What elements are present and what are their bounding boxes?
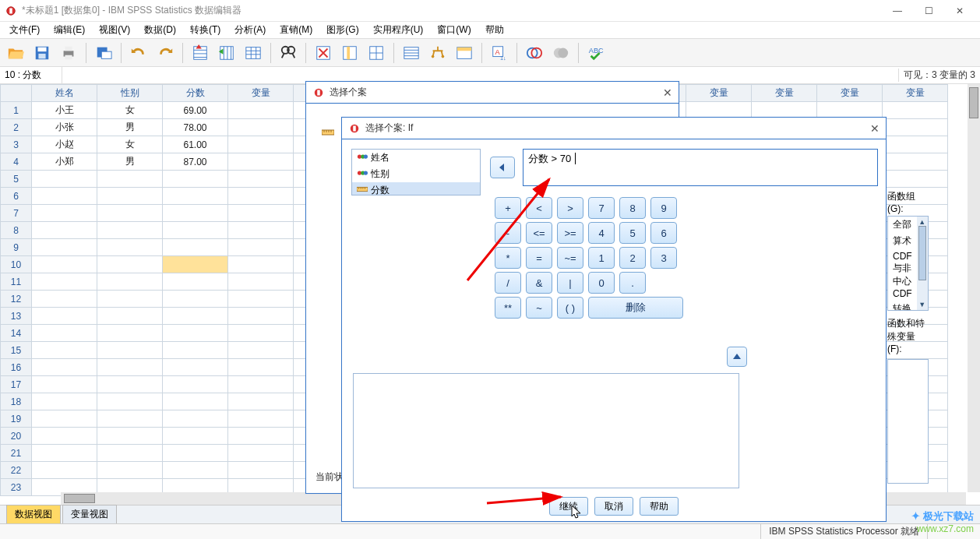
tab-data-view[interactable]: 数据视图 — [6, 505, 61, 523]
cell[interactable] — [228, 273, 294, 291]
funcgroup-item[interactable]: 转换 — [888, 301, 917, 312]
cell[interactable] — [228, 222, 294, 239]
cell[interactable]: 小张 — [32, 119, 97, 136]
cell[interactable] — [163, 205, 228, 222]
cell[interactable] — [32, 205, 97, 222]
row-header[interactable]: 19 — [1, 410, 32, 428]
keypad-0[interactable]: 0 — [588, 272, 615, 294]
cell[interactable] — [163, 291, 228, 308]
row-header[interactable]: 17 — [1, 376, 32, 393]
column-header[interactable]: 变量 — [686, 85, 752, 102]
value-labels-icon[interactable] — [453, 42, 475, 64]
tab-variable-view[interactable]: 变量视图 — [62, 505, 117, 523]
find-icon[interactable] — [277, 42, 299, 64]
cell[interactable] — [163, 325, 228, 342]
maximize-button[interactable]: ☐ — [913, 2, 944, 20]
cell[interactable] — [32, 291, 97, 308]
move-up-button[interactable] — [727, 347, 747, 367]
column-header[interactable]: 变量 — [228, 85, 294, 102]
keypad-6[interactable]: 6 — [650, 222, 677, 244]
cell[interactable] — [97, 410, 163, 428]
undo-icon[interactable] — [128, 42, 150, 64]
cell[interactable] — [163, 393, 228, 410]
row-header[interactable]: 23 — [1, 479, 32, 496]
cell[interactable]: 61.00 — [163, 136, 228, 153]
row-header[interactable]: 22 — [1, 462, 32, 479]
menu-0[interactable]: 文件(F) — [3, 22, 46, 38]
cell[interactable] — [228, 102, 294, 119]
cell[interactable] — [97, 308, 163, 325]
cell[interactable] — [97, 359, 163, 376]
row-header[interactable]: 6 — [1, 188, 32, 205]
variables-icon[interactable] — [242, 42, 264, 64]
cell[interactable] — [32, 171, 97, 188]
cell[interactable] — [228, 428, 294, 445]
cell[interactable] — [97, 325, 163, 342]
goto-var-icon[interactable] — [216, 42, 238, 64]
variable-list[interactable]: 姓名性别分数 — [351, 149, 481, 195]
cell[interactable]: 69.00 — [163, 102, 228, 119]
save-icon[interactable] — [31, 42, 53, 64]
keypad->=[interactable]: >= — [557, 222, 583, 244]
keypad-&[interactable]: & — [526, 272, 552, 294]
cell[interactable] — [163, 308, 228, 325]
funcgroup-item[interactable]: 全部 — [888, 217, 917, 233]
menu-8[interactable]: 实用程序(U) — [367, 22, 430, 38]
row-header[interactable]: 18 — [1, 393, 32, 410]
variable-item[interactable]: 性别 — [352, 166, 480, 182]
funcgroup-item[interactable]: CDF 与非中心 CDF — [888, 249, 917, 301]
cell[interactable] — [32, 325, 97, 342]
keypad-<=[interactable]: <= — [526, 222, 552, 244]
row-header[interactable]: 5 — [1, 171, 32, 188]
cell[interactable] — [228, 308, 294, 325]
cell[interactable] — [32, 256, 97, 273]
recall-icon[interactable] — [93, 42, 115, 64]
cell[interactable] — [32, 428, 97, 445]
column-header[interactable]: 姓名 — [32, 85, 97, 102]
cell[interactable] — [228, 119, 294, 136]
cell[interactable] — [32, 342, 97, 359]
cancel-button[interactable]: 取消 — [594, 497, 633, 516]
keypad-~=[interactable]: ~= — [557, 247, 583, 269]
keypad-2[interactable]: 2 — [619, 247, 646, 269]
cell[interactable] — [97, 291, 163, 308]
cell[interactable] — [228, 171, 294, 188]
keypad-( )[interactable]: ( ) — [557, 297, 583, 319]
cell[interactable] — [228, 188, 294, 205]
cell[interactable] — [163, 188, 228, 205]
menu-4[interactable]: 转换(T) — [184, 22, 227, 38]
sets2-icon[interactable] — [550, 42, 572, 64]
cell[interactable]: 女 — [97, 102, 163, 119]
cell[interactable]: 87.00 — [163, 153, 228, 171]
cell[interactable] — [228, 239, 294, 256]
cell[interactable] — [32, 393, 97, 410]
insert-var-icon[interactable] — [339, 42, 361, 64]
keypad-~[interactable]: ~ — [526, 297, 552, 319]
cell[interactable] — [32, 308, 97, 325]
move-right-button[interactable] — [490, 157, 515, 178]
cell[interactable] — [32, 410, 97, 428]
row-header[interactable]: 10 — [1, 256, 32, 273]
cell[interactable] — [97, 428, 163, 445]
cell[interactable] — [228, 256, 294, 273]
cell[interactable] — [97, 205, 163, 222]
continue-button[interactable]: 继续 — [549, 497, 588, 516]
cell[interactable] — [32, 359, 97, 376]
cell[interactable] — [163, 376, 228, 393]
cell[interactable] — [32, 222, 97, 239]
cell[interactable] — [228, 462, 294, 479]
column-header[interactable]: 变量 — [752, 85, 817, 102]
cell[interactable] — [32, 273, 97, 291]
cell[interactable] — [228, 342, 294, 359]
keypad-|[interactable]: | — [557, 272, 583, 294]
menu-3[interactable]: 数据(D) — [138, 22, 182, 38]
keypad-+[interactable]: + — [495, 197, 521, 219]
funcgroup-scrollbar[interactable]: ▲ ▼ — [917, 217, 928, 311]
vertical-scrollbar[interactable] — [968, 84, 980, 492]
cell[interactable]: 小郑 — [32, 153, 97, 171]
cell[interactable]: 小王 — [32, 102, 97, 119]
keypad-1[interactable]: 1 — [588, 247, 615, 269]
column-header[interactable]: 性别 — [97, 85, 163, 102]
minimize-button[interactable]: — — [882, 2, 913, 20]
menu-6[interactable]: 直销(M) — [273, 22, 319, 38]
